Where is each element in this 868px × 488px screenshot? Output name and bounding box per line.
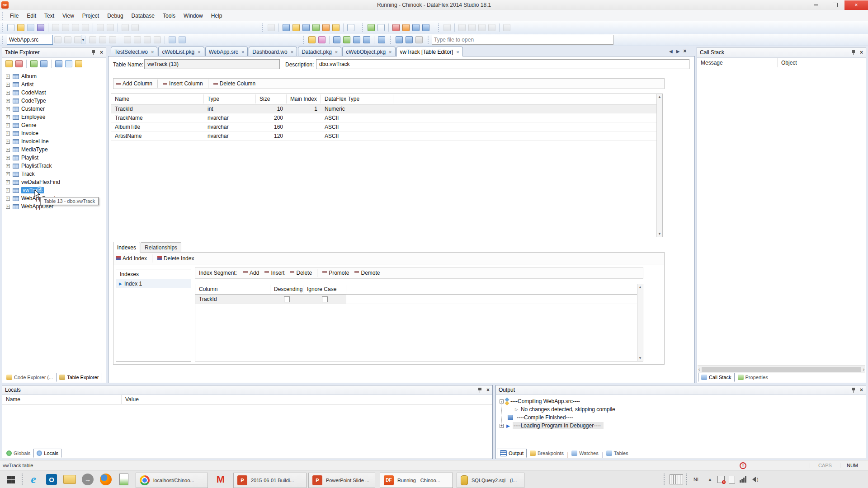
descending-checkbox[interactable]: [284, 296, 290, 302]
globals-panel-icon[interactable]: [343, 36, 350, 43]
col-header-ignore-case[interactable]: Ignore Case: [303, 285, 346, 294]
col-header-name[interactable]: Name: [2, 395, 122, 404]
scroll-left-icon[interactable]: ‹: [698, 367, 700, 372]
paste-icon[interactable]: [72, 24, 79, 31]
tree-item-mediatype[interactable]: +MediaType: [2, 145, 106, 154]
ignore-case-checkbox[interactable]: [322, 296, 328, 302]
window-list-icon[interactable]: [422, 24, 429, 31]
segment-insert-button[interactable]: Insert: [262, 267, 287, 278]
grid-row-trackname[interactable]: TrackName nvarchar 200 ASCII: [111, 113, 662, 122]
set-next-statement-icon[interactable]: [144, 36, 151, 43]
show-next-statement-icon[interactable]: [154, 36, 161, 43]
clear-breakpoints-icon[interactable]: [179, 36, 186, 43]
pin-icon[interactable]: [851, 388, 855, 393]
tree-item-vwtrack[interactable]: +vwTrack: [2, 186, 106, 194]
panel-close-icon[interactable]: ×: [860, 387, 863, 393]
tab-indexes[interactable]: Indexes: [113, 242, 140, 253]
powerpoint-window-button-2[interactable]: P PowerPoint Slide ...: [308, 473, 375, 488]
tab-vwtrack-table-editor[interactable]: vwTrack [Table Editor]×: [396, 47, 463, 56]
new-file-icon[interactable]: [7, 24, 14, 31]
segment-vertical-scrollbar[interactable]: ▲ ▼: [637, 284, 643, 361]
scroll-down-icon[interactable]: ▼: [658, 231, 661, 237]
gmail-button[interactable]: M: [212, 470, 230, 488]
tree-item-invoice[interactable]: +Invoice: [2, 129, 106, 137]
tree-item-invoiceline[interactable]: +InvoiceLine: [2, 137, 106, 145]
scroll-right-icon[interactable]: ›: [863, 367, 864, 372]
menu-window[interactable]: Window: [179, 10, 207, 21]
insert-column-button[interactable]: Insert Column: [160, 79, 206, 89]
col-header-type[interactable]: Type: [204, 94, 256, 103]
error-list-icon[interactable]: [392, 24, 400, 31]
delete-table-icon[interactable]: [15, 60, 23, 67]
scroll-up-icon[interactable]: ▲: [638, 284, 642, 290]
tab-close-icon[interactable]: ×: [456, 49, 459, 55]
col-header-column[interactable]: Column: [195, 285, 270, 294]
tree-item-track[interactable]: +Track: [2, 170, 106, 178]
tab-call-stack[interactable]: Call Stack: [698, 373, 735, 382]
tab-cwebobject[interactable]: cWebObject.pkg×: [342, 47, 395, 56]
todo-list-icon[interactable]: [402, 24, 410, 31]
color-palette-icon[interactable]: [322, 24, 330, 31]
menu-help[interactable]: Help: [207, 10, 226, 21]
grid-row-albumtitle[interactable]: AlbumTitle nvarchar 160 ASCII: [111, 122, 662, 131]
notes-app-button[interactable]: [115, 470, 133, 488]
menu-view[interactable]: View: [58, 10, 78, 21]
firefox-button[interactable]: [97, 470, 115, 488]
output-row-no-changes[interactable]: ▷ No changes detected, skipping compile: [500, 405, 866, 413]
output-window-icon[interactable]: [122, 24, 129, 31]
close-button[interactable]: ×: [844, 0, 868, 10]
segment-add-button[interactable]: Add: [241, 267, 262, 278]
tab-close-icon[interactable]: ×: [151, 49, 154, 55]
grid-row-artistname[interactable]: ArtistName nvarchar 120 ASCII: [111, 131, 662, 141]
powerpoint-window-button-1[interactable]: P 2015-06-01 Buildi...: [233, 473, 307, 488]
tab-scroll-right-icon[interactable]: ▶: [676, 49, 680, 54]
view-table-icon[interactable]: [40, 60, 47, 67]
dataflex-window-button[interactable]: DF Running - Chinoo...: [380, 473, 453, 488]
org-chart-icon[interactable]: [302, 24, 310, 31]
step-into-icon[interactable]: [89, 36, 96, 43]
tab-cweblist[interactable]: cWebList.pkg×: [158, 47, 204, 56]
output-row-compiling[interactable]: - ----Compiling WebApp.src----: [500, 397, 866, 405]
tab-testselect[interactable]: TestSelect.wo×: [111, 47, 157, 56]
trace-pause-icon[interactable]: [488, 24, 495, 31]
error-indicator-icon[interactable]: !: [740, 462, 746, 469]
maximize-button[interactable]: [826, 0, 844, 10]
trace-step-icon[interactable]: [468, 24, 476, 31]
col-header-descending[interactable]: Descending: [270, 285, 303, 294]
tab-output[interactable]: Output: [497, 449, 527, 458]
col-header-dataflex-type[interactable]: DataFlex Type: [321, 94, 393, 103]
tab-datadict[interactable]: Datadict.pkg×: [298, 47, 341, 56]
add-index-button[interactable]: Add Index: [113, 253, 150, 264]
file-explorer-button[interactable]: [61, 470, 79, 488]
tab-table-explorer[interactable]: Table Explorer: [56, 373, 102, 382]
action-center-icon[interactable]: ×: [717, 476, 725, 483]
output-list-icon[interactable]: [412, 24, 420, 31]
undo-icon[interactable]: [97, 24, 104, 31]
tab-close-icon[interactable]: ×: [389, 49, 392, 55]
col-header-value[interactable]: Value: [122, 395, 446, 404]
database-key-icon[interactable]: [415, 36, 423, 43]
stop-icon[interactable]: [74, 36, 81, 43]
index-1-item[interactable]: ▶ Index 1: [116, 279, 191, 288]
pause-icon[interactable]: [64, 36, 71, 43]
tray-expand-icon[interactable]: ▲: [708, 477, 712, 482]
tree-item-customer[interactable]: +Customer: [2, 105, 106, 113]
tab-watches[interactable]: Watches: [568, 449, 601, 458]
segment-row-trackid[interactable]: TrackId: [195, 295, 643, 304]
tree-item-playlisttrack[interactable]: +PlaylistTrack: [2, 162, 106, 170]
tab-globals[interactable]: Globals: [3, 449, 33, 458]
tab-tables[interactable]: Tables: [603, 449, 632, 458]
description-input[interactable]: [316, 61, 689, 67]
col-header-main-index[interactable]: Main Index: [287, 94, 321, 103]
tree-item-artist[interactable]: +Artist: [2, 80, 106, 89]
panel-close-icon[interactable]: ×: [860, 49, 863, 56]
command-window-icon[interactable]: [132, 24, 139, 31]
language-indicator[interactable]: NL: [693, 477, 700, 482]
tab-close-icon[interactable]: ×: [198, 49, 200, 55]
segment-promote-button[interactable]: Promote: [320, 267, 352, 278]
delete-index-button[interactable]: Delete Index: [155, 253, 197, 264]
call-stack-hscrollbar[interactable]: ‹ ›: [698, 365, 865, 373]
call-stack-panel-icon[interactable]: [378, 36, 385, 43]
open-file-input[interactable]: [432, 37, 613, 43]
tree-item-codemast[interactable]: +CodeMast: [2, 89, 106, 97]
